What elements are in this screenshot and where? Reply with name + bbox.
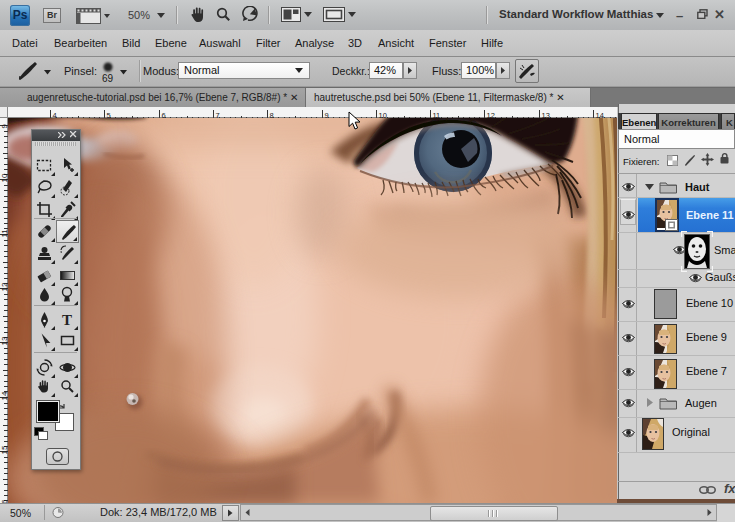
svg-text:9: 9 bbox=[0, 124, 8, 129]
svg-text:15: 15 bbox=[0, 445, 8, 454]
svg-text:11: 11 bbox=[0, 229, 8, 238]
svg-text:10: 10 bbox=[0, 173, 8, 182]
svg-text:13: 13 bbox=[0, 336, 8, 345]
svg-text:14: 14 bbox=[0, 391, 8, 400]
svg-text:12: 12 bbox=[0, 282, 8, 291]
svg-text:T: T bbox=[62, 312, 72, 328]
